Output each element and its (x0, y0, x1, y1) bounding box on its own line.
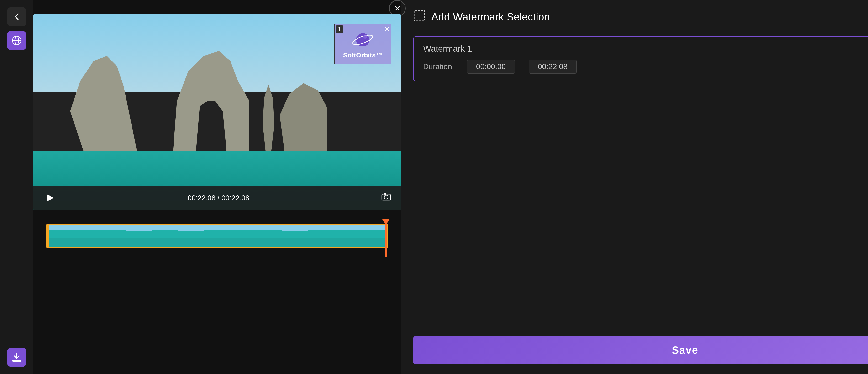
svg-marker-7 (47, 194, 54, 202)
svg-rect-3 (12, 360, 21, 362)
sidebar (0, 0, 33, 374)
panel-header: Add Watermark Selection (413, 9, 868, 24)
timeline-playhead[interactable] (385, 219, 386, 258)
watermark-brand-text: SoftOrbits™ (343, 52, 382, 59)
video-player: 1 ✕ SoftOrbits™ 00:22.08 / 00: (33, 14, 401, 210)
svg-point-9 (384, 195, 388, 199)
timeline-bar[interactable] (48, 224, 386, 248)
watermark-tool-button[interactable] (7, 31, 26, 50)
save-button[interactable]: Save (413, 336, 868, 365)
timeline-area (33, 214, 401, 255)
duration-end-time[interactable]: 00:22.08 (529, 60, 577, 74)
watermark-number: 1 (336, 25, 343, 33)
duration-start-time[interactable]: 00:00.00 (467, 60, 515, 74)
watermark-planet-icon (352, 29, 373, 50)
duration-label: Duration (423, 62, 461, 71)
video-container: ✕ 1 ✕ SoftOrbits™ (33, 14, 401, 210)
watermark-overlay-close[interactable]: ✕ (384, 25, 390, 33)
svg-rect-11 (414, 10, 425, 21)
svg-point-6 (363, 35, 367, 39)
time-display: 00:22.08 / 00:22.08 (66, 194, 371, 202)
timeline-left-handle[interactable] (46, 224, 49, 248)
timeline-track (48, 219, 386, 250)
play-button[interactable] (43, 192, 56, 205)
watermark-card: Watermark 1 Duration 00:00.00 - 00:22.08 (413, 36, 868, 81)
back-button[interactable] (7, 7, 26, 26)
video-controls: 00:22.08 / 00:22.08 (33, 186, 401, 210)
export-button[interactable] (7, 348, 26, 367)
svg-rect-10 (384, 193, 386, 195)
cliff-needle (261, 84, 276, 151)
watermark-card-title: Watermark 1 (423, 44, 868, 54)
watermark-duration-row: Duration 00:00.00 - 00:22.08 (423, 60, 868, 74)
watermark-overlay[interactable]: 1 ✕ SoftOrbits™ (334, 24, 392, 64)
main-content: ✕ 1 ✕ SoftOrbits™ (33, 0, 401, 374)
screenshot-button[interactable] (381, 192, 392, 204)
panel-header-icon (413, 9, 426, 24)
duration-separator: - (521, 62, 523, 71)
panel-header-title: Add Watermark Selection (431, 11, 550, 23)
right-panel: Add Watermark Selection Watermark 1 Dura… (401, 0, 868, 374)
